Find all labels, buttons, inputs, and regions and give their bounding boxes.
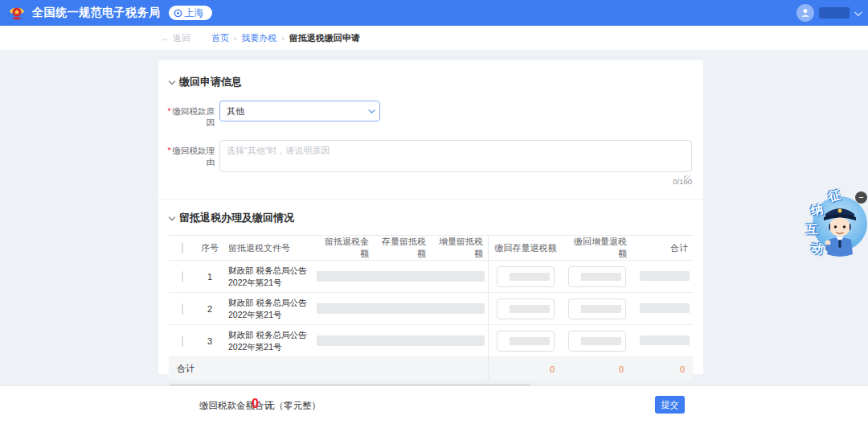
reason-select[interactable]: 其他 (219, 101, 380, 121)
assistant-char: 纳 (809, 202, 824, 219)
app-title: 全国统一规范电子税务局 (32, 6, 161, 20)
location-badge[interactable]: 上海 (169, 6, 212, 20)
assistant-char: 互 (806, 222, 818, 237)
total-sum: 0 (632, 364, 693, 374)
detail-form-row: *缴回税款理由 0/160 (165, 140, 692, 186)
assistant-char: 征 (827, 187, 842, 204)
redacted-total (640, 303, 690, 313)
redacted-value (581, 273, 621, 281)
location-pin-icon (174, 9, 182, 18)
row-index: 2 (196, 304, 223, 314)
col-header-index: 序号 (196, 242, 223, 254)
user-menu-chevron-down-icon[interactable] (854, 8, 862, 16)
table-row: 1 财政部 税务总局公告2022年第21号 (169, 261, 693, 293)
breadcrumb-tax-services[interactable]: 我要办税 (241, 32, 276, 44)
breadcrumb-home[interactable]: 首页 (211, 32, 229, 44)
collapse-chevron-icon (169, 213, 175, 220)
total-repay-stock: 0 (488, 357, 563, 381)
breadcrumb: 首页 › 我要办税 › 留抵退税缴回申请 (211, 32, 360, 44)
row-document: 财政部 税务总局公告2022年第21号 (223, 329, 313, 352)
char-counter: 0/160 (219, 177, 692, 186)
select-chevron-down-icon (368, 106, 375, 113)
row-document: 财政部 税务总局公告2022年第21号 (223, 297, 313, 319)
location-label: 上海 (185, 6, 204, 20)
footer-bar: 缴回税款金额合计 0 元（零元整） 提交 (0, 386, 868, 424)
repay-stock-input[interactable] (497, 298, 555, 319)
footer-total-value: 0 (252, 397, 259, 411)
row-checkbox[interactable] (182, 271, 183, 282)
user-avatar-icon[interactable] (796, 4, 814, 22)
total-row-label: 合计 (169, 363, 313, 375)
table-row: 3 财政部 税务总局公告2022年第21号 (169, 325, 693, 357)
total-repay-incremental: 0 (563, 364, 632, 374)
row-document: 财政部 税务总局公告2022年第21号 (223, 265, 313, 287)
main-card: 缴回申请信息 *缴回税款原因 其他 *缴回税款理由 0/160 留抵退税办理及缴… (158, 60, 703, 374)
assistant-char: 动 (810, 241, 824, 257)
row-index: 1 (196, 272, 223, 282)
col-header-refund-amount: 留抵退税金额 (313, 236, 374, 260)
row-checkbox[interactable] (182, 335, 183, 347)
repay-incremental-input[interactable] (568, 331, 626, 352)
redacted-amounts (317, 271, 485, 282)
tax-bureau-logo-icon (8, 4, 26, 22)
redacted-amounts (317, 335, 485, 346)
reason-label: *缴回税款原因 (165, 101, 215, 129)
row-index: 3 (196, 336, 223, 346)
top-bar: 全国统一规范电子税务局 上海 (0, 0, 868, 26)
col-header-total: 合计 (632, 242, 693, 254)
repay-incremental-input[interactable] (568, 298, 626, 319)
select-all-checkbox[interactable] (182, 242, 183, 253)
col-header-document: 留抵退税文件号 (223, 242, 313, 254)
assistant-widget[interactable]: 征 纳 互 动 − (800, 187, 868, 271)
refund-table: 序号 留抵退税文件号 留抵退税金额 存量留抵税额 增量留抵税额 缴回存量退税额 … (169, 235, 693, 390)
submit-button[interactable]: 提交 (655, 396, 685, 414)
redacted-value (510, 273, 550, 281)
redacted-value (510, 337, 550, 345)
redacted-amounts (317, 303, 485, 314)
row-checkbox[interactable] (182, 303, 183, 315)
required-mark: * (167, 146, 170, 155)
table-row: 2 财政部 税务总局公告2022年第21号 (169, 293, 693, 325)
required-mark: * (167, 106, 170, 116)
repay-stock-input[interactable] (497, 331, 555, 352)
repay-incremental-input[interactable] (568, 266, 626, 287)
redacted-value (581, 305, 621, 313)
footer-total-label: 缴回税款金额合计 (199, 400, 273, 412)
username-redacted (819, 7, 850, 19)
breadcrumb-current-page: 留抵退税缴回申请 (289, 32, 360, 44)
section-title: 留抵退税办理及缴回情况 (179, 211, 294, 225)
redacted-value (510, 305, 550, 313)
table-total-row: 合计 0 0 0 (169, 357, 693, 381)
col-header-stock-credit: 存量留抵税额 (374, 236, 431, 260)
repay-stock-input[interactable] (497, 266, 555, 287)
minimize-assistant-button[interactable]: − (855, 191, 867, 204)
reason-detail-textarea[interactable] (219, 140, 692, 172)
back-arrow-icon: ← (161, 33, 170, 43)
redacted-value (581, 337, 621, 345)
table-header-row: 序号 留抵退税文件号 留抵退税金额 存量留抵税额 增量留抵税额 缴回存量退税额 … (169, 235, 693, 261)
col-header-incremental-credit: 增量留抵税额 (431, 236, 488, 260)
footer-total-unit: 元（零元整） (265, 400, 321, 412)
section-header-application-info[interactable]: 缴回申请信息 (158, 60, 703, 89)
section-header-refund-status[interactable]: 留抵退税办理及缴回情况 (158, 200, 703, 225)
detail-label: *缴回税款理由 (165, 140, 215, 168)
breadcrumb-separator: › (234, 34, 236, 43)
reason-form-row: *缴回税款原因 其他 (165, 101, 692, 129)
back-button[interactable]: ← 返回 (161, 32, 190, 44)
section-title: 缴回申请信息 (179, 75, 242, 89)
back-label: 返回 (173, 32, 190, 44)
col-header-repay-stock: 缴回存量退税额 (488, 236, 563, 260)
redacted-total (640, 271, 690, 281)
sub-header: ← 返回 首页 › 我要办税 › 留抵退税缴回申请 (0, 26, 868, 50)
redacted-total (640, 335, 690, 345)
collapse-chevron-icon (169, 77, 175, 84)
breadcrumb-separator: › (281, 34, 284, 43)
reason-select-value: 其他 (227, 105, 368, 117)
col-header-repay-incremental: 缴回增量退税额 (563, 236, 632, 260)
